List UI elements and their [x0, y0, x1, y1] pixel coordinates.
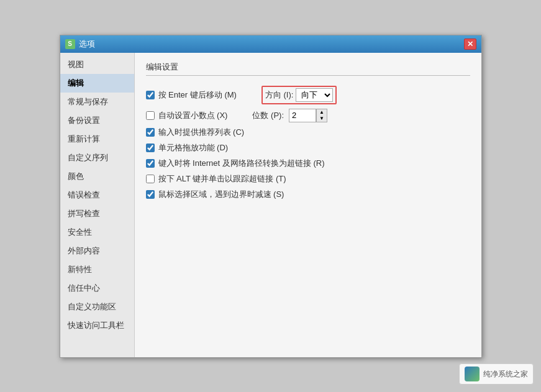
spinner-down[interactable]: ▼	[317, 116, 327, 122]
sidebar-item-13[interactable]: 自定义功能区	[60, 298, 134, 316]
settings-area: 按 Enter 键后移动 (M) 方向 (I): 向下 向上 向左 向右	[146, 82, 470, 208]
watermark-icon	[465, 367, 480, 381]
checkbox-alt[interactable]	[146, 175, 155, 183]
direction-select[interactable]: 向下 向上 向左 向右	[296, 88, 333, 102]
sidebar-item-1[interactable]: 编辑	[60, 74, 134, 93]
label-drag[interactable]: 单元格拖放功能 (D)	[158, 142, 229, 153]
label-enter[interactable]: 按 Enter 键后移动 (M)	[158, 89, 237, 101]
option-row-drag: 单元格拖放功能 (D)	[146, 142, 470, 153]
option-row-decimal: 自动设置小数点 (X)	[146, 110, 228, 121]
sidebar-item-6[interactable]: 颜色	[60, 167, 134, 186]
digits-group: 位数 (P): 2 ▲ ▼	[252, 109, 327, 122]
content-area: 编辑设置 按 Enter 键后移动 (M) 方向 (I): 向下 向上 向左	[135, 53, 481, 357]
sidebar: 视图编辑常规与保存备份设置重新计算自定义序列颜色错误检查拼写检查安全性外部内容新…	[60, 53, 135, 357]
sidebar-item-0[interactable]: 视图	[60, 55, 134, 74]
watermark-brand: 纯净系统之家	[483, 369, 528, 380]
direction-label: 方向 (I):	[265, 89, 294, 101]
sidebar-item-9[interactable]: 安全性	[60, 223, 134, 242]
option-row-internet: 键入时将 Internet 及网络路径转换为超链接 (R)	[146, 158, 470, 169]
option-row-mouse: 鼠标选择区域，遇到边界时减速 (S)	[146, 189, 470, 200]
app-icon: S	[65, 39, 75, 49]
label-mouse[interactable]: 鼠标选择区域，遇到边界时减速 (S)	[158, 189, 284, 200]
window-body: 视图编辑常规与保存备份设置重新计算自定义序列颜色错误检查拼写检查安全性外部内容新…	[60, 53, 481, 357]
digits-spinner: ▲ ▼	[316, 109, 327, 122]
option-row-alt: 按下 ALT 键并单击以跟踪超链接 (T)	[146, 173, 470, 185]
sidebar-item-3[interactable]: 备份设置	[60, 111, 134, 130]
sidebar-item-2[interactable]: 常规与保存	[60, 93, 134, 111]
sidebar-item-12[interactable]: 信任中心	[60, 279, 134, 298]
label-list[interactable]: 输入时提供推荐列表 (C)	[158, 127, 245, 138]
sidebar-item-14[interactable]: 快速访问工具栏	[60, 316, 134, 335]
checkbox-mouse[interactable]	[146, 190, 155, 199]
sidebar-item-11[interactable]: 新特性	[60, 260, 134, 279]
close-button[interactable]: ✕	[464, 39, 476, 50]
direction-group: 方向 (I): 向下 向上 向左 向右	[261, 86, 337, 104]
checkbox-drag[interactable]	[146, 144, 155, 152]
option-row-enter: 按 Enter 键后移动 (M)	[146, 89, 237, 101]
digits-label: 位数 (P):	[252, 110, 284, 121]
checkbox-enter[interactable]	[146, 91, 155, 99]
watermark: 纯净系统之家	[459, 363, 534, 385]
options-window: S 选项 ✕ 视图编辑常规与保存备份设置重新计算自定义序列颜色错误检查拼写检查安…	[60, 35, 482, 358]
sidebar-item-7[interactable]: 错误检查	[60, 186, 134, 204]
option-row-list: 输入时提供推荐列表 (C)	[146, 127, 470, 138]
checkbox-decimal[interactable]	[146, 111, 155, 120]
label-internet[interactable]: 键入时将 Internet 及网络路径转换为超链接 (R)	[158, 158, 325, 169]
section-title: 编辑设置	[146, 62, 470, 76]
sidebar-item-10[interactable]: 外部内容	[60, 242, 134, 260]
digits-input[interactable]: 2	[289, 109, 316, 122]
checkbox-internet[interactable]	[146, 159, 155, 168]
digits-wrapper: 2 ▲ ▼	[289, 109, 327, 122]
checkbox-list[interactable]	[146, 128, 155, 137]
label-alt[interactable]: 按下 ALT 键并单击以跟踪超链接 (T)	[158, 173, 286, 185]
label-decimal[interactable]: 自动设置小数点 (X)	[158, 110, 228, 121]
sidebar-item-4[interactable]: 重新计算	[60, 130, 134, 148]
title-bar: S 选项 ✕	[60, 35, 481, 53]
sidebar-item-5[interactable]: 自定义序列	[60, 148, 134, 167]
window-title: 选项	[79, 39, 95, 50]
sidebar-item-8[interactable]: 拼写检查	[60, 204, 134, 223]
title-bar-left: S 选项	[65, 39, 95, 50]
spinner-up[interactable]: ▲	[317, 109, 327, 116]
